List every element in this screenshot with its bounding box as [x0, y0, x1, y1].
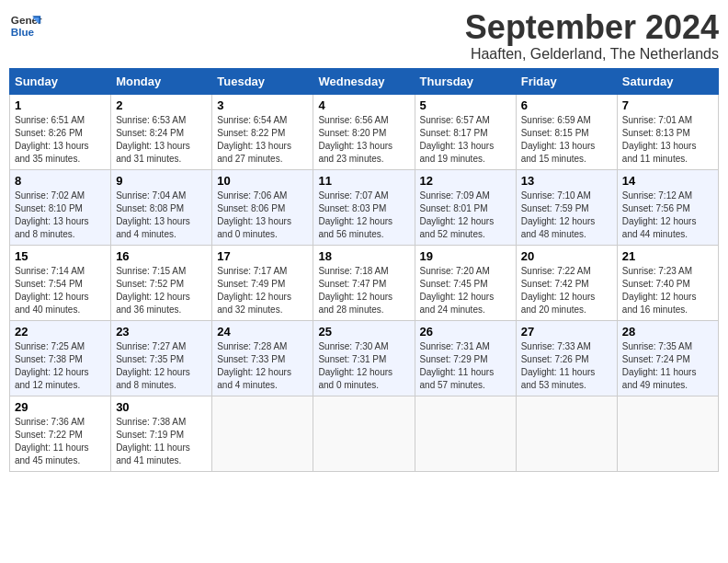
calendar-cell: 10 Sunrise: 7:06 AMSunset: 8:06 PMDaylig… [212, 169, 313, 245]
logo-icon: General Blue [9, 9, 42, 42]
day-number: 17 [217, 249, 308, 263]
day-info: Sunrise: 7:27 AMSunset: 7:35 PMDaylight:… [116, 341, 190, 390]
calendar-week-row: 29 Sunrise: 7:36 AMSunset: 7:22 PMDaylig… [10, 396, 719, 471]
day-number: 9 [116, 174, 207, 188]
header-wednesday: Wednesday [313, 68, 415, 94]
day-info: Sunrise: 6:59 AMSunset: 8:15 PMDaylight:… [521, 115, 596, 164]
day-info: Sunrise: 7:18 AMSunset: 7:47 PMDaylight:… [318, 266, 392, 315]
day-info: Sunrise: 7:09 AMSunset: 8:01 PMDaylight:… [420, 190, 495, 239]
day-number: 23 [116, 325, 207, 339]
calendar-cell: 24 Sunrise: 7:28 AMSunset: 7:33 PMDaylig… [212, 320, 313, 396]
day-number: 16 [116, 249, 207, 263]
calendar-cell: 17 Sunrise: 7:17 AMSunset: 7:49 PMDaylig… [212, 245, 313, 320]
calendar-week-row: 8 Sunrise: 7:02 AMSunset: 8:10 PMDayligh… [10, 169, 719, 245]
day-info: Sunrise: 6:53 AMSunset: 8:24 PMDaylight:… [116, 115, 190, 164]
header-thursday: Thursday [415, 68, 516, 94]
day-info: Sunrise: 6:51 AMSunset: 8:26 PMDaylight:… [15, 115, 89, 164]
day-info: Sunrise: 7:31 AMSunset: 7:29 PMDaylight:… [420, 341, 495, 390]
calendar-cell: 18 Sunrise: 7:18 AMSunset: 7:47 PMDaylig… [313, 245, 415, 320]
day-info: Sunrise: 7:02 AMSunset: 8:10 PMDaylight:… [15, 190, 89, 239]
calendar-cell: 6 Sunrise: 6:59 AMSunset: 8:15 PMDayligh… [516, 94, 617, 169]
day-number: 18 [318, 249, 409, 263]
calendar-cell: 26 Sunrise: 7:31 AMSunset: 7:29 PMDaylig… [415, 320, 516, 396]
calendar-week-row: 1 Sunrise: 6:51 AMSunset: 8:26 PMDayligh… [10, 94, 719, 169]
day-number: 1 [15, 98, 106, 112]
calendar-cell: 21 Sunrise: 7:23 AMSunset: 7:40 PMDaylig… [617, 245, 718, 320]
day-number: 20 [521, 249, 612, 263]
day-info: Sunrise: 7:38 AMSunset: 7:19 PMDaylight:… [116, 417, 190, 465]
calendar-cell: 28 Sunrise: 7:35 AMSunset: 7:24 PMDaylig… [617, 320, 718, 396]
header-friday: Friday [516, 68, 617, 94]
calendar-cell: 13 Sunrise: 7:10 AMSunset: 7:59 PMDaylig… [516, 169, 617, 245]
day-number: 26 [420, 325, 511, 339]
day-info: Sunrise: 7:10 AMSunset: 7:59 PMDaylight:… [521, 190, 596, 239]
calendar-header-row: Sunday Monday Tuesday Wednesday Thursday… [10, 68, 719, 94]
calendar-cell: 16 Sunrise: 7:15 AMSunset: 7:52 PMDaylig… [111, 245, 212, 320]
day-number: 11 [318, 174, 409, 188]
calendar-table: Sunday Monday Tuesday Wednesday Thursday… [9, 68, 719, 472]
day-info: Sunrise: 7:23 AMSunset: 7:40 PMDaylight:… [622, 266, 697, 315]
day-number: 21 [622, 249, 713, 263]
location-title: Haaften, Gelderland, The Netherlands [465, 46, 719, 63]
calendar-cell: 1 Sunrise: 6:51 AMSunset: 8:26 PMDayligh… [10, 94, 111, 169]
day-info: Sunrise: 7:17 AMSunset: 7:49 PMDaylight:… [217, 266, 291, 315]
day-number: 13 [521, 174, 612, 188]
day-number: 12 [420, 174, 511, 188]
calendar-cell: 14 Sunrise: 7:12 AMSunset: 7:56 PMDaylig… [617, 169, 718, 245]
calendar-week-row: 15 Sunrise: 7:14 AMSunset: 7:54 PMDaylig… [10, 245, 719, 320]
day-info: Sunrise: 6:57 AMSunset: 8:17 PMDaylight:… [420, 115, 495, 164]
calendar-cell: 7 Sunrise: 7:01 AMSunset: 8:13 PMDayligh… [617, 94, 718, 169]
day-number: 8 [15, 174, 106, 188]
day-number: 3 [217, 98, 308, 112]
calendar-cell: 9 Sunrise: 7:04 AMSunset: 8:08 PMDayligh… [111, 169, 212, 245]
day-info: Sunrise: 7:07 AMSunset: 8:03 PMDaylight:… [318, 190, 392, 239]
calendar-cell [617, 396, 718, 471]
calendar-cell: 4 Sunrise: 6:56 AMSunset: 8:20 PMDayligh… [313, 94, 415, 169]
day-number: 29 [15, 400, 106, 414]
day-info: Sunrise: 7:14 AMSunset: 7:54 PMDaylight:… [15, 266, 89, 315]
calendar-cell: 15 Sunrise: 7:14 AMSunset: 7:54 PMDaylig… [10, 245, 111, 320]
calendar-cell: 11 Sunrise: 7:07 AMSunset: 8:03 PMDaylig… [313, 169, 415, 245]
day-info: Sunrise: 7:28 AMSunset: 7:33 PMDaylight:… [217, 341, 291, 390]
svg-text:Blue: Blue [11, 26, 35, 38]
header-saturday: Saturday [617, 68, 718, 94]
day-number: 25 [318, 325, 409, 339]
day-number: 24 [217, 325, 308, 339]
day-info: Sunrise: 6:56 AMSunset: 8:20 PMDaylight:… [318, 115, 392, 164]
calendar-week-row: 22 Sunrise: 7:25 AMSunset: 7:38 PMDaylig… [10, 320, 719, 396]
day-info: Sunrise: 7:25 AMSunset: 7:38 PMDaylight:… [15, 341, 89, 390]
day-info: Sunrise: 7:22 AMSunset: 7:42 PMDaylight:… [521, 266, 596, 315]
calendar-cell: 3 Sunrise: 6:54 AMSunset: 8:22 PMDayligh… [212, 94, 313, 169]
calendar-cell: 27 Sunrise: 7:33 AMSunset: 7:26 PMDaylig… [516, 320, 617, 396]
day-number: 5 [420, 98, 511, 112]
logo: General Blue [9, 9, 42, 42]
calendar-cell: 25 Sunrise: 7:30 AMSunset: 7:31 PMDaylig… [313, 320, 415, 396]
day-number: 19 [420, 249, 511, 263]
calendar-cell [415, 396, 516, 471]
day-number: 2 [116, 98, 207, 112]
calendar-cell: 20 Sunrise: 7:22 AMSunset: 7:42 PMDaylig… [516, 245, 617, 320]
calendar-cell: 19 Sunrise: 7:20 AMSunset: 7:45 PMDaylig… [415, 245, 516, 320]
title-area: September 2024 Haaften, Gelderland, The … [465, 9, 719, 63]
page-header: General Blue September 2024 Haaften, Gel… [9, 9, 719, 63]
calendar-cell: 29 Sunrise: 7:36 AMSunset: 7:22 PMDaylig… [10, 396, 111, 471]
day-number: 14 [622, 174, 713, 188]
day-info: Sunrise: 7:06 AMSunset: 8:06 PMDaylight:… [217, 190, 291, 239]
calendar-cell: 5 Sunrise: 6:57 AMSunset: 8:17 PMDayligh… [415, 94, 516, 169]
day-number: 27 [521, 325, 612, 339]
calendar-cell: 2 Sunrise: 6:53 AMSunset: 8:24 PMDayligh… [111, 94, 212, 169]
month-title: September 2024 [465, 9, 719, 46]
day-info: Sunrise: 7:20 AMSunset: 7:45 PMDaylight:… [420, 266, 495, 315]
day-info: Sunrise: 7:33 AMSunset: 7:26 PMDaylight:… [521, 341, 596, 390]
calendar-cell [516, 396, 617, 471]
day-number: 7 [622, 98, 713, 112]
day-number: 10 [217, 174, 308, 188]
day-info: Sunrise: 7:04 AMSunset: 8:08 PMDaylight:… [116, 190, 190, 239]
calendar-cell: 30 Sunrise: 7:38 AMSunset: 7:19 PMDaylig… [111, 396, 212, 471]
day-number: 28 [622, 325, 713, 339]
header-monday: Monday [111, 68, 212, 94]
calendar-cell: 22 Sunrise: 7:25 AMSunset: 7:38 PMDaylig… [10, 320, 111, 396]
day-info: Sunrise: 6:54 AMSunset: 8:22 PMDaylight:… [217, 115, 291, 164]
day-number: 15 [15, 249, 106, 263]
day-number: 4 [318, 98, 409, 112]
